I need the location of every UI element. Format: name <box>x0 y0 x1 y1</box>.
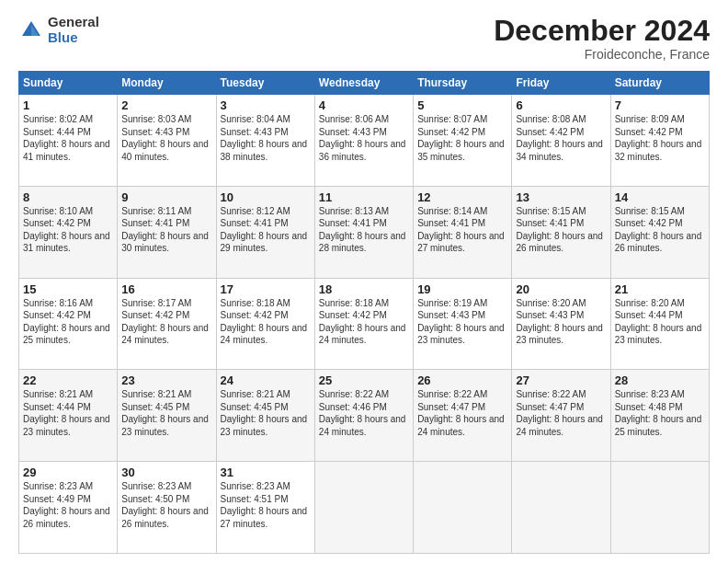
main-title: December 2024 <box>494 15 710 47</box>
weekday-header-wednesday: Wednesday <box>314 72 413 95</box>
day-info: Sunrise: 8:08 AMSunset: 4:42 PMDaylight:… <box>516 114 603 162</box>
calendar-cell: 25 Sunrise: 8:22 AMSunset: 4:46 PMDaylig… <box>314 370 413 462</box>
day-number: 6 <box>516 98 606 112</box>
calendar-cell: 29 Sunrise: 8:23 AMSunset: 4:49 PMDaylig… <box>19 462 118 554</box>
day-info: Sunrise: 8:03 AMSunset: 4:43 PMDaylight:… <box>121 114 209 162</box>
weekday-header-sunday: Sunday <box>19 72 118 95</box>
calendar-cell: 19 Sunrise: 8:19 AMSunset: 4:43 PMDaylig… <box>414 278 512 370</box>
calendar-cell: 18 Sunrise: 8:18 AMSunset: 4:42 PMDaylig… <box>314 278 413 370</box>
calendar-cell <box>512 462 610 554</box>
calendar-cell: 15 Sunrise: 8:16 AMSunset: 4:42 PMDaylig… <box>19 278 118 370</box>
day-number: 11 <box>319 190 409 204</box>
day-number: 29 <box>23 465 113 479</box>
day-info: Sunrise: 8:09 AMSunset: 4:42 PMDaylight:… <box>615 114 702 162</box>
day-info: Sunrise: 8:18 AMSunset: 4:42 PMDaylight:… <box>221 298 308 346</box>
calendar-cell: 7 Sunrise: 8:09 AMSunset: 4:42 PMDayligh… <box>610 95 709 187</box>
calendar-cell <box>314 462 413 554</box>
weekday-header-thursday: Thursday <box>414 72 512 95</box>
calendar-header: SundayMondayTuesdayWednesdayThursdayFrid… <box>19 72 710 95</box>
title-block: December 2024 Froideconche, France <box>494 15 710 62</box>
calendar-cell: 13 Sunrise: 8:15 AMSunset: 4:41 PMDaylig… <box>512 186 610 278</box>
day-number: 16 <box>121 282 211 296</box>
day-info: Sunrise: 8:21 AMSunset: 4:45 PMDaylight:… <box>121 389 209 437</box>
day-info: Sunrise: 8:07 AMSunset: 4:42 PMDaylight:… <box>417 114 505 162</box>
calendar-week-3: 15 Sunrise: 8:16 AMSunset: 4:42 PMDaylig… <box>19 278 710 370</box>
day-info: Sunrise: 8:22 AMSunset: 4:47 PMDaylight:… <box>516 389 603 437</box>
calendar-cell: 16 Sunrise: 8:17 AMSunset: 4:42 PMDaylig… <box>118 278 216 370</box>
day-number: 17 <box>221 282 311 296</box>
day-info: Sunrise: 8:20 AMSunset: 4:44 PMDaylight:… <box>615 298 702 346</box>
calendar-week-2: 8 Sunrise: 8:10 AMSunset: 4:42 PMDayligh… <box>19 186 710 278</box>
logo-general: General <box>48 15 99 30</box>
day-number: 22 <box>23 373 113 387</box>
subtitle: Froideconche, France <box>494 47 710 62</box>
day-number: 9 <box>121 190 211 204</box>
day-number: 5 <box>417 98 507 112</box>
day-number: 15 <box>23 282 113 296</box>
calendar-cell: 10 Sunrise: 8:12 AMSunset: 4:41 PMDaylig… <box>216 186 314 278</box>
calendar-cell: 14 Sunrise: 8:15 AMSunset: 4:42 PMDaylig… <box>610 186 709 278</box>
day-info: Sunrise: 8:16 AMSunset: 4:42 PMDaylight:… <box>23 298 110 346</box>
day-info: Sunrise: 8:21 AMSunset: 4:44 PMDaylight:… <box>23 389 110 437</box>
day-info: Sunrise: 8:15 AMSunset: 4:42 PMDaylight:… <box>615 206 702 254</box>
day-info: Sunrise: 8:11 AMSunset: 4:41 PMDaylight:… <box>121 206 209 254</box>
weekday-header-tuesday: Tuesday <box>216 72 314 95</box>
day-number: 24 <box>221 373 311 387</box>
header: General Blue December 2024 Froideconche,… <box>18 15 710 62</box>
day-info: Sunrise: 8:22 AMSunset: 4:46 PMDaylight:… <box>319 389 406 437</box>
day-number: 2 <box>121 98 211 112</box>
logo-icon <box>18 17 44 43</box>
day-info: Sunrise: 8:14 AMSunset: 4:41 PMDaylight:… <box>417 206 505 254</box>
calendar-cell: 9 Sunrise: 8:11 AMSunset: 4:41 PMDayligh… <box>118 186 216 278</box>
calendar-cell: 17 Sunrise: 8:18 AMSunset: 4:42 PMDaylig… <box>216 278 314 370</box>
calendar-cell: 1 Sunrise: 8:02 AMSunset: 4:44 PMDayligh… <box>19 95 118 187</box>
day-number: 18 <box>319 282 409 296</box>
day-number: 10 <box>221 190 311 204</box>
day-info: Sunrise: 8:22 AMSunset: 4:47 PMDaylight:… <box>417 389 505 437</box>
day-number: 1 <box>23 98 113 112</box>
day-number: 30 <box>121 465 211 479</box>
calendar-cell: 2 Sunrise: 8:03 AMSunset: 4:43 PMDayligh… <box>118 95 216 187</box>
weekday-header-saturday: Saturday <box>610 72 709 95</box>
calendar-cell <box>414 462 512 554</box>
day-number: 13 <box>516 190 606 204</box>
day-number: 19 <box>417 282 507 296</box>
day-info: Sunrise: 8:23 AMSunset: 4:49 PMDaylight:… <box>23 481 110 529</box>
day-info: Sunrise: 8:02 AMSunset: 4:44 PMDaylight:… <box>23 114 110 162</box>
calendar-cell: 5 Sunrise: 8:07 AMSunset: 4:42 PMDayligh… <box>414 95 512 187</box>
calendar-body: 1 Sunrise: 8:02 AMSunset: 4:44 PMDayligh… <box>19 95 710 554</box>
day-info: Sunrise: 8:12 AMSunset: 4:41 PMDaylight:… <box>221 206 308 254</box>
day-number: 21 <box>615 282 705 296</box>
day-number: 14 <box>615 190 705 204</box>
day-info: Sunrise: 8:20 AMSunset: 4:43 PMDaylight:… <box>516 298 603 346</box>
day-number: 12 <box>417 190 507 204</box>
day-info: Sunrise: 8:10 AMSunset: 4:42 PMDaylight:… <box>23 206 110 254</box>
day-info: Sunrise: 8:15 AMSunset: 4:41 PMDaylight:… <box>516 206 603 254</box>
weekday-header-row: SundayMondayTuesdayWednesdayThursdayFrid… <box>19 72 710 95</box>
calendar-cell: 3 Sunrise: 8:04 AMSunset: 4:43 PMDayligh… <box>216 95 314 187</box>
calendar-cell: 8 Sunrise: 8:10 AMSunset: 4:42 PMDayligh… <box>19 186 118 278</box>
calendar-cell <box>610 462 709 554</box>
calendar-cell: 22 Sunrise: 8:21 AMSunset: 4:44 PMDaylig… <box>19 370 118 462</box>
calendar-cell: 30 Sunrise: 8:23 AMSunset: 4:50 PMDaylig… <box>118 462 216 554</box>
day-info: Sunrise: 8:23 AMSunset: 4:50 PMDaylight:… <box>121 481 209 529</box>
day-number: 25 <box>319 373 409 387</box>
day-number: 20 <box>516 282 606 296</box>
calendar-cell: 20 Sunrise: 8:20 AMSunset: 4:43 PMDaylig… <box>512 278 610 370</box>
day-info: Sunrise: 8:21 AMSunset: 4:45 PMDaylight:… <box>221 389 308 437</box>
calendar-cell: 31 Sunrise: 8:23 AMSunset: 4:51 PMDaylig… <box>216 462 314 554</box>
calendar-table: SundayMondayTuesdayWednesdayThursdayFrid… <box>18 71 710 554</box>
calendar-cell: 23 Sunrise: 8:21 AMSunset: 4:45 PMDaylig… <box>118 370 216 462</box>
day-info: Sunrise: 8:13 AMSunset: 4:41 PMDaylight:… <box>319 206 406 254</box>
day-info: Sunrise: 8:23 AMSunset: 4:48 PMDaylight:… <box>615 389 702 437</box>
day-info: Sunrise: 8:18 AMSunset: 4:42 PMDaylight:… <box>319 298 406 346</box>
day-info: Sunrise: 8:17 AMSunset: 4:42 PMDaylight:… <box>121 298 209 346</box>
day-info: Sunrise: 8:06 AMSunset: 4:43 PMDaylight:… <box>319 114 406 162</box>
calendar-cell: 24 Sunrise: 8:21 AMSunset: 4:45 PMDaylig… <box>216 370 314 462</box>
calendar-cell: 12 Sunrise: 8:14 AMSunset: 4:41 PMDaylig… <box>414 186 512 278</box>
calendar-cell: 21 Sunrise: 8:20 AMSunset: 4:44 PMDaylig… <box>610 278 709 370</box>
calendar-week-4: 22 Sunrise: 8:21 AMSunset: 4:44 PMDaylig… <box>19 370 710 462</box>
day-info: Sunrise: 8:19 AMSunset: 4:43 PMDaylight:… <box>417 298 505 346</box>
calendar-cell: 27 Sunrise: 8:22 AMSunset: 4:47 PMDaylig… <box>512 370 610 462</box>
weekday-header-monday: Monday <box>118 72 216 95</box>
